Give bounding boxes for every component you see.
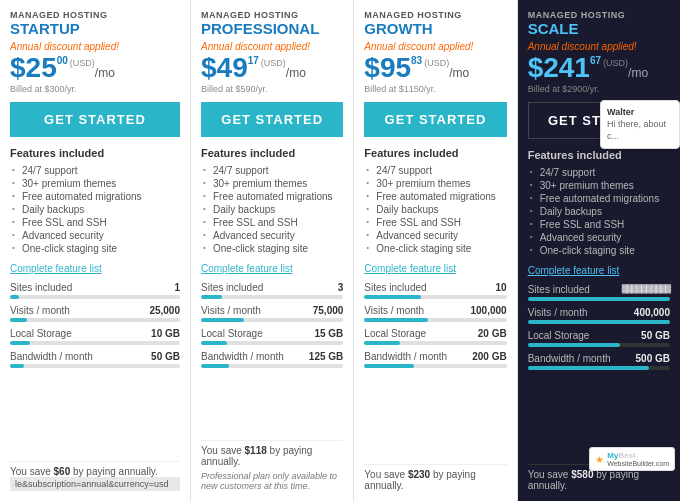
progress-bar-fill: [364, 295, 421, 299]
price-sup: 17: [248, 56, 259, 66]
stat-label: Visits / month: [528, 307, 588, 318]
stat-label-row: Bandwidth / month 200 GB: [364, 351, 506, 362]
progress-bar-bg: [364, 364, 506, 368]
stat-label-row: Visits / month 100,000: [364, 305, 506, 316]
stat-label-row: Sites included 3: [201, 282, 343, 293]
discount-label: Annual discount applied!: [10, 41, 180, 52]
price-row: $95 83 (USD) /mo: [364, 54, 506, 82]
plan-type: Managed Hosting: [364, 10, 506, 20]
stat-row: Sites included 10: [364, 282, 506, 299]
progress-bar-bg: [364, 341, 506, 345]
get-started-button[interactable]: GET STARTED: [364, 102, 506, 137]
feature-list: 24/7 support30+ premium themesFree autom…: [528, 166, 670, 257]
progress-bar-bg: [10, 318, 180, 322]
price-sup: 00: [57, 56, 68, 66]
savings-amount: $118: [245, 445, 267, 456]
stats-section: Sites included 10 Visits / month 100,000…: [364, 282, 506, 456]
pro-note: Professional plan only available to new …: [201, 471, 343, 491]
stat-row: Visits / month 25,000: [10, 305, 180, 322]
discount-label: Annual discount applied!: [201, 41, 343, 52]
stat-label: Visits / month: [364, 305, 424, 316]
stat-row: Bandwidth / month 200 GB: [364, 351, 506, 368]
complete-feature-list-link[interactable]: Complete feature list: [364, 263, 506, 274]
stat-label-row: Bandwidth / month 125 GB: [201, 351, 343, 362]
stat-label: Local Storage: [528, 330, 590, 341]
feature-item: 30+ premium themes: [528, 179, 670, 192]
feature-item: 30+ premium themes: [10, 177, 180, 190]
feature-item: 24/7 support: [201, 164, 343, 177]
feature-item: Advanced security: [10, 229, 180, 242]
chat-text: Hi there, about c...: [607, 119, 673, 142]
price-dollar: $49: [201, 54, 248, 82]
savings-amount: $60: [54, 466, 71, 477]
feature-item: Daily backups: [364, 203, 506, 216]
stats-section: Sites included ▓▓▓▓▓▓▓▓▓▓ Visits / month…: [528, 284, 670, 456]
progress-bar-fill: [364, 364, 414, 368]
get-started-button[interactable]: GET STARTED: [201, 102, 343, 137]
stat-row: Visits / month 100,000: [364, 305, 506, 322]
stat-label: Visits / month: [201, 305, 261, 316]
plan-col-growth: Managed Hosting Growth Annual discount a…: [354, 0, 517, 501]
feature-item: Free automated migrations: [528, 192, 670, 205]
savings-note: You save $230 by paying annually.: [364, 464, 506, 491]
progress-bar-fill: [528, 320, 670, 324]
price-dollar: $25: [10, 54, 57, 82]
price-currency: (USD): [70, 58, 95, 68]
feature-item: Free automated migrations: [10, 190, 180, 203]
feature-list: 24/7 support30+ premium themesFree autom…: [201, 164, 343, 255]
stat-label: Local Storage: [364, 328, 426, 339]
features-title: Features included: [528, 149, 670, 161]
plan-col-professional: Managed Hosting Professional Annual disc…: [191, 0, 354, 501]
feature-item: Advanced security: [528, 231, 670, 244]
feature-item: Daily backups: [10, 203, 180, 216]
price-mo: /mo: [95, 66, 115, 80]
progress-bar-bg: [10, 295, 180, 299]
stat-label-row: Local Storage 50 GB: [528, 330, 670, 341]
feature-item: 24/7 support: [10, 164, 180, 177]
complete-feature-list-link[interactable]: Complete feature list: [201, 263, 343, 274]
stat-label: Visits / month: [10, 305, 70, 316]
stat-label: Sites included: [201, 282, 263, 293]
stat-label: Bandwidth / month: [201, 351, 284, 362]
progress-bar-fill: [201, 318, 244, 322]
stat-row: Visits / month 75,000: [201, 305, 343, 322]
progress-bar-bg: [10, 364, 180, 368]
feature-item: Advanced security: [364, 229, 506, 242]
chat-popup: Walter Hi there, about c...: [600, 100, 680, 149]
stat-label-row: Visits / month 400,000: [528, 307, 670, 318]
progress-bar-bg: [201, 364, 343, 368]
savings-amount: $230: [408, 469, 430, 480]
stat-value: 50 GB: [151, 351, 180, 362]
progress-bar-bg: [528, 320, 670, 324]
progress-bar-fill: [10, 318, 27, 322]
price-mo: /mo: [628, 66, 648, 80]
get-started-button[interactable]: GET STARTED: [10, 102, 180, 137]
stat-label-row: Visits / month 75,000: [201, 305, 343, 316]
mybest-badge: ★ MyBest WebsiteBuilder.com: [589, 447, 675, 471]
stat-row: Local Storage 15 GB: [201, 328, 343, 345]
stat-label: Bandwidth / month: [528, 353, 611, 364]
stat-row: Local Storage 20 GB: [364, 328, 506, 345]
complete-feature-list-link[interactable]: Complete feature list: [528, 265, 670, 276]
stat-row: Bandwidth / month 50 GB: [10, 351, 180, 368]
feature-item: One-click staging site: [201, 242, 343, 255]
feature-item: Daily backups: [528, 205, 670, 218]
features-title: Features included: [201, 147, 343, 159]
progress-bar-fill: [364, 341, 400, 345]
progress-bar-fill: [528, 343, 621, 347]
progress-bar-bg: [528, 297, 670, 301]
mybest-text: MyBest WebsiteBuilder.com: [607, 451, 669, 467]
progress-bar-bg: [10, 341, 180, 345]
feature-item: 30+ premium themes: [364, 177, 506, 190]
billed-at: Billed at $590/yr.: [201, 84, 343, 94]
stat-label: Sites included: [364, 282, 426, 293]
stat-row: Visits / month 400,000: [528, 307, 670, 324]
features-title: Features included: [364, 147, 506, 159]
stat-value: 20 GB: [478, 328, 507, 339]
billed-at: Billed at $300/yr.: [10, 84, 180, 94]
billed-at: Billed at $2900/yr.: [528, 84, 670, 94]
feature-item: Free SSL and SSH: [528, 218, 670, 231]
feature-item: Free automated migrations: [364, 190, 506, 203]
complete-feature-list-link[interactable]: Complete feature list: [10, 263, 180, 274]
features-title: Features included: [10, 147, 180, 159]
